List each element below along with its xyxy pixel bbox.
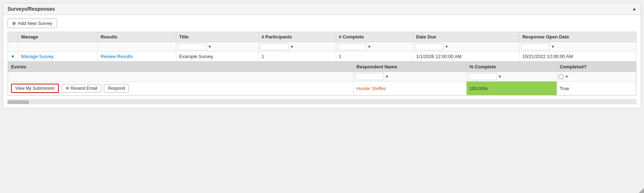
add-icon: ⊕ xyxy=(12,21,16,26)
participants-cell: 1 xyxy=(258,52,336,62)
view-submission-label: View My Submission xyxy=(15,86,55,91)
resend-email-label: Resend Email xyxy=(71,86,97,91)
manage-cell: Manage Survey xyxy=(18,52,97,62)
title-cell: Example Survey xyxy=(176,52,259,62)
title-col-header: Title xyxy=(176,32,259,42)
completed-value: True xyxy=(560,86,569,91)
manage-col-header: Manage xyxy=(18,32,97,42)
title-filter-input[interactable] xyxy=(178,43,207,50)
participants-value: 1 xyxy=(262,54,264,59)
respondent-filter-cell: ▼ xyxy=(354,72,467,82)
survey-title: Example Survey xyxy=(179,54,213,59)
sub-table: Events Respondent Name % Complete xyxy=(8,62,636,95)
sub-table-row: Events Respondent Name % Complete xyxy=(8,62,637,96)
panel-header: Surveys/Responses ▲ xyxy=(3,3,641,15)
expand-col-header xyxy=(8,32,18,42)
sub-filter-row: ▼ ▼ xyxy=(8,72,636,82)
pct-complete-col-header: % Complete xyxy=(466,62,557,72)
pct-complete-filter-icon[interactable]: ▼ xyxy=(498,74,502,79)
manage-filter-cell xyxy=(18,42,97,52)
results-col-header: Results xyxy=(98,32,176,42)
expand-row-icon[interactable]: ▼ xyxy=(11,54,15,59)
resend-email-icon: ✉ xyxy=(66,86,69,91)
results-cell: Review Results xyxy=(98,52,176,62)
respondent-name: Hunter Steffes xyxy=(356,86,386,91)
completed-cell: True xyxy=(557,82,636,95)
scrollbar-thumb[interactable] xyxy=(7,100,29,104)
completed-filter-icon[interactable]: ▼ xyxy=(565,74,569,79)
events-filter-cell xyxy=(8,72,354,82)
pct-complete-filter-cell: ▼ xyxy=(466,72,557,82)
response-open-filter-icon[interactable]: ▼ xyxy=(551,45,555,49)
completed-filter-cell: ▼ xyxy=(557,72,636,82)
surveys-table: Manage Results Title # Participants # Co… xyxy=(7,32,637,96)
events-col-header: Events xyxy=(8,62,354,72)
date-due-filter-input[interactable] xyxy=(415,43,443,50)
complete-filter-icon[interactable]: ▼ xyxy=(367,45,371,49)
view-my-submission-button[interactable]: View My Submission xyxy=(11,84,59,93)
completed-filter-checkbox[interactable] xyxy=(559,74,563,79)
filter-row: ▼ ▼ ▼ xyxy=(8,42,637,52)
response-open-filter-input[interactable] xyxy=(521,43,550,50)
complete-cell: 1 xyxy=(336,52,413,62)
complete-filter-cell: ▼ xyxy=(336,42,413,52)
expand-cell: ▼ xyxy=(8,52,18,62)
table-row: ▼ Manage Survey Review Results Example S… xyxy=(8,52,637,62)
table-header-row: Manage Results Title # Participants # Co… xyxy=(8,32,637,42)
respondent-col-header: Respondent Name xyxy=(354,62,467,72)
respondent-filter-input[interactable] xyxy=(355,73,384,80)
pct-complete-filter-input[interactable] xyxy=(468,73,497,80)
panel-title: Surveys/Responses xyxy=(7,6,55,12)
completed-col-header: Completed? xyxy=(557,62,636,72)
respond-button[interactable]: Respond xyxy=(104,84,129,93)
sub-table-data-row: View My Submission ✉ Resend Email Respon… xyxy=(8,82,636,95)
results-filter-cell xyxy=(98,42,176,52)
response-open-date-col-header: Response Open Date xyxy=(519,32,637,42)
pct-complete-cell: 100.00% xyxy=(466,82,557,95)
add-new-survey-label: Add New Survey xyxy=(18,21,52,26)
date-due-cell: 1/1/2026 12:00:00 AM xyxy=(413,52,519,62)
resend-email-button[interactable]: ✉ Resend Email xyxy=(62,84,101,93)
respondent-filter-icon[interactable]: ▼ xyxy=(385,74,389,79)
date-due-col-header: Date Due xyxy=(413,32,519,42)
events-cell: View My Submission ✉ Resend Email Respon… xyxy=(8,82,354,95)
title-filter-cell: ▼ xyxy=(176,42,259,52)
surveys-responses-panel: Surveys/Responses ▲ ⊕ Add New Survey Man… xyxy=(3,3,641,108)
participants-filter-input[interactable] xyxy=(260,43,289,50)
complete-col-header: # Complete xyxy=(336,32,413,42)
complete-value: 1 xyxy=(339,54,341,59)
pct-complete-value: 100.00% xyxy=(470,86,488,91)
sub-table-container: Events Respondent Name % Complete xyxy=(8,62,637,96)
horizontal-scrollbar[interactable] xyxy=(7,99,637,104)
participants-filter-icon[interactable]: ▼ xyxy=(290,45,294,49)
date-due-filter-icon[interactable]: ▼ xyxy=(445,45,448,49)
respond-label: Respond xyxy=(108,86,125,91)
response-open-date-cell: 10/21/2022 12:00:00 AM xyxy=(519,52,637,62)
expand-filter-cell xyxy=(8,42,18,52)
date-due-value: 1/1/2026 12:00:00 AM xyxy=(416,54,461,59)
sub-table-header-row: Events Respondent Name % Complete xyxy=(8,62,636,72)
add-new-survey-button[interactable]: ⊕ Add New Survey xyxy=(7,19,57,28)
respondent-cell: Hunter Steffes xyxy=(354,82,467,95)
panel-body: ⊕ Add New Survey Manage Results Title # … xyxy=(3,15,641,108)
review-results-link[interactable]: Review Results xyxy=(101,54,133,59)
participants-filter-cell: ▼ xyxy=(258,42,336,52)
response-open-filter-cell: ▼ xyxy=(519,42,637,52)
title-filter-icon[interactable]: ▼ xyxy=(208,45,212,49)
response-open-date-value: 10/21/2022 12:00:00 AM xyxy=(522,54,573,59)
participants-col-header: # Participants xyxy=(258,32,336,42)
date-due-filter-cell: ▼ xyxy=(413,42,519,52)
collapse-icon[interactable]: ▲ xyxy=(632,6,637,11)
complete-filter-input[interactable] xyxy=(338,43,366,50)
manage-survey-link[interactable]: Manage Survey xyxy=(21,54,54,59)
